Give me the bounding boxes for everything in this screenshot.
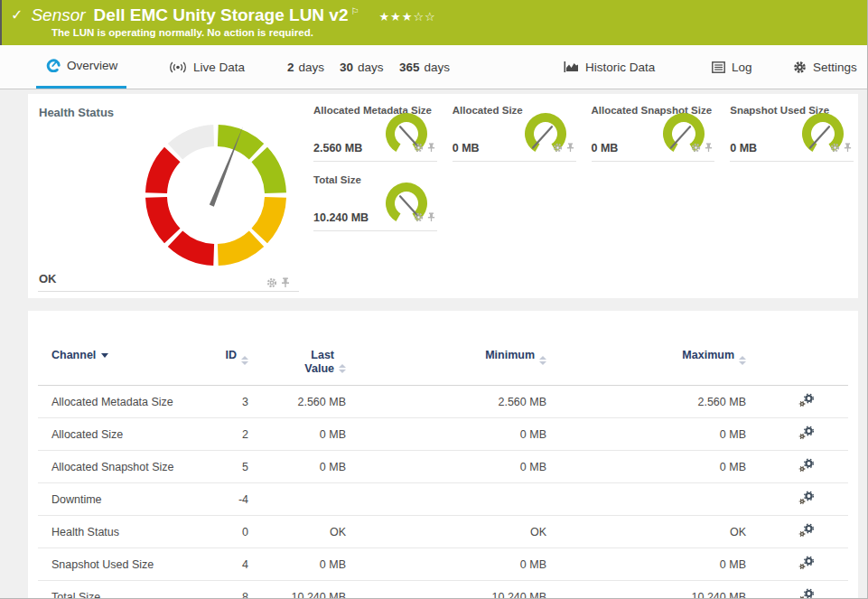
panel-pin-icon[interactable] xyxy=(705,140,713,156)
channel-name[interactable]: Snapshot Used Size xyxy=(38,548,219,581)
table-row: Allocated Snapshot Size 5 0 MB 0 MB 0 MB xyxy=(38,451,848,483)
tab-label: days xyxy=(299,61,325,74)
rating-stars[interactable]: ★★★☆☆ xyxy=(378,10,435,23)
channel-id: 5 xyxy=(219,451,255,483)
sensor-status-message: The LUN is operating normally. No action… xyxy=(51,27,856,38)
panel-pin-icon[interactable] xyxy=(844,140,852,156)
tab-label: Settings xyxy=(813,61,857,74)
tab-label: days xyxy=(358,61,384,74)
gauge-icon xyxy=(45,59,61,72)
channel-id: 3 xyxy=(219,386,255,418)
tab-label: Historic Data xyxy=(585,61,655,74)
tab-label: days xyxy=(425,61,451,74)
priority-flag-icon[interactable]: ⚐ xyxy=(351,6,359,16)
tab-bar: Overview Live Data 2 days 30 days 365 da… xyxy=(0,45,867,89)
header-minimum[interactable]: Minimum xyxy=(352,332,553,386)
sort-icon xyxy=(339,364,346,373)
panel-gear-icon[interactable] xyxy=(830,140,840,156)
channel-minimum: 2.560 MB xyxy=(352,386,553,418)
divider xyxy=(38,291,299,292)
panel-gear-icon[interactable] xyxy=(266,276,277,292)
table-row: Downtime -4 xyxy=(38,483,848,516)
panel-pin-icon[interactable] xyxy=(566,140,574,156)
mini-panel-actions xyxy=(830,140,852,156)
channel-settings-gears-icon[interactable] xyxy=(798,426,816,443)
header-edit xyxy=(752,332,848,386)
mini-panel-total-size: Total Size 10.240 MB xyxy=(313,174,437,231)
health-status-value: OK xyxy=(39,272,57,285)
channel-settings-gears-icon[interactable] xyxy=(798,458,816,475)
status-banner: ✓ Sensor Dell EMC Unity Storage LUN v2 ⚐… xyxy=(0,0,867,45)
table-row: Allocated Size 2 0 MB 0 MB 0 MB xyxy=(38,418,848,451)
sort-icon xyxy=(241,356,248,365)
channel-id: 0 xyxy=(219,516,255,548)
header-channel[interactable]: Channel xyxy=(38,332,219,386)
panel-pin-icon[interactable] xyxy=(427,210,435,226)
health-panel-actions xyxy=(266,276,290,292)
panel-pin-icon[interactable] xyxy=(427,140,435,156)
mini-panel-value: 10.240 MB xyxy=(313,211,369,224)
mini-panel-actions xyxy=(414,140,435,156)
tab-overview[interactable]: Overview xyxy=(36,45,126,89)
channel-settings-gears-icon[interactable] xyxy=(798,588,816,599)
tab-log[interactable]: Log xyxy=(703,45,761,89)
tab-30-days[interactable]: 30 days xyxy=(331,45,393,89)
channel-maximum: 0 MB xyxy=(553,548,752,581)
channel-maximum: 2.560 MB xyxy=(553,386,752,418)
channel-name[interactable]: Health Status xyxy=(38,516,219,548)
sort-icon xyxy=(539,356,546,365)
channel-maximum: 0 MB xyxy=(553,418,752,451)
gauge-needle xyxy=(671,126,690,147)
overview-gauges-card: Health Status OK Allocated Metada xyxy=(28,94,858,298)
tab-label: Overview xyxy=(67,59,117,72)
channel-minimum xyxy=(352,483,553,516)
tab-number: 2 xyxy=(287,61,294,74)
header-id[interactable]: ID xyxy=(219,332,255,386)
channel-name[interactable]: Allocated Snapshot Size xyxy=(38,451,219,483)
panel-gear-icon[interactable] xyxy=(414,140,424,156)
channel-name[interactable]: Allocated Size xyxy=(38,418,219,451)
table-header-row: Channel ID Last Value Minimum Maximum xyxy=(38,332,848,386)
status-check-icon: ✓ xyxy=(11,6,23,23)
tab-historic-data[interactable]: Historic Data xyxy=(555,45,664,89)
channel-settings-gears-icon[interactable] xyxy=(798,393,816,410)
channel-name[interactable]: Total Size xyxy=(38,581,219,599)
panel-gear-icon[interactable] xyxy=(553,140,563,156)
channel-name[interactable]: Allocated Metadata Size xyxy=(38,386,219,418)
mini-panel-snapshot-used-size: Snapshot Used Size 0 MB xyxy=(730,105,854,162)
health-panel-title: Health Status xyxy=(39,106,114,119)
tab-365-days[interactable]: 365 days xyxy=(390,45,459,89)
tab-settings[interactable]: Settings xyxy=(784,45,866,89)
channel-minimum: 0 MB xyxy=(352,451,553,483)
channel-minimum: 0 MB xyxy=(352,548,553,581)
channel-last-value: 10.240 MB xyxy=(255,581,352,599)
panel-gear-icon[interactable] xyxy=(691,140,701,156)
tab-number: 30 xyxy=(340,61,353,74)
channel-minimum: 10.240 MB xyxy=(352,581,553,599)
header-last-value[interactable]: Last Value xyxy=(255,332,352,386)
channel-id: 4 xyxy=(219,548,255,581)
banner-title-row: ✓ Sensor Dell EMC Unity Storage LUN v2 ⚐… xyxy=(11,5,856,25)
channel-last-value: 0 MB xyxy=(255,451,352,483)
tab-number: 365 xyxy=(399,61,420,74)
tab-label: Log xyxy=(732,61,752,74)
sort-icon xyxy=(739,356,746,365)
content-area: Health Status OK Allocated Metada xyxy=(0,89,867,598)
mini-panel-value: 0 MB xyxy=(453,142,480,154)
channel-minimum: OK xyxy=(352,516,553,548)
mini-panel-value: 0 MB xyxy=(730,142,757,154)
channel-last-value: 2.560 MB xyxy=(255,386,352,418)
tab-2-days[interactable]: 2 days xyxy=(278,45,333,89)
channel-name[interactable]: Downtime xyxy=(38,483,219,516)
tab-live-data[interactable]: Live Data xyxy=(160,45,254,89)
channel-maximum: 10.240 MB xyxy=(553,581,752,599)
header-maximum[interactable]: Maximum xyxy=(553,332,752,386)
sensor-title: Dell EMC Unity Storage LUN v2 xyxy=(94,5,349,25)
channel-last-value xyxy=(255,483,352,516)
channel-settings-gears-icon[interactable] xyxy=(798,523,816,540)
panel-gear-icon[interactable] xyxy=(414,210,424,226)
channel-settings-gears-icon[interactable] xyxy=(798,491,816,508)
panel-pin-icon[interactable] xyxy=(281,276,290,292)
sort-desc-icon xyxy=(101,353,108,358)
channel-settings-gears-icon[interactable] xyxy=(798,556,816,573)
